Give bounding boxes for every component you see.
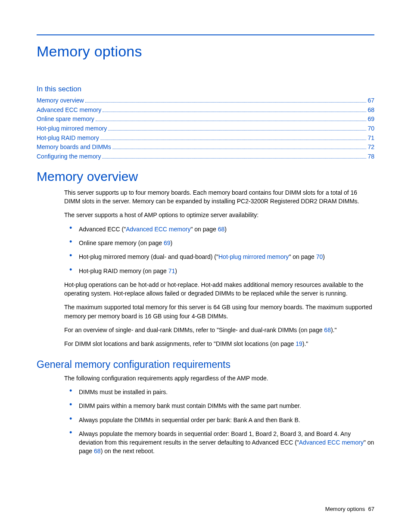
overview-body: This server supports up to four memory b… [64, 188, 374, 348]
paragraph: Hot-plug operations can be hot-add or ho… [64, 280, 374, 298]
paragraph: The server supports a host of AMP option… [64, 211, 374, 219]
text: ) on the next reboot. [101, 448, 155, 454]
toc-leader [100, 140, 367, 140]
toc-link[interactable]: Configuring the memory [37, 152, 101, 162]
toc-leader [103, 112, 366, 112]
toc-leader [102, 158, 366, 159]
heading-memory-overview: Memory overview [37, 169, 374, 184]
text: )." [302, 340, 308, 347]
toc-row: Online spare memory 69 [37, 115, 374, 124]
page-link[interactable]: 69 [164, 240, 171, 246]
toc-leader [96, 121, 367, 121]
link-advanced-ecc[interactable]: Advanced ECC memory [299, 439, 364, 446]
paragraph: For an overview of single- and dual-rank… [64, 326, 374, 334]
text: Advanced ECC (" [79, 226, 126, 233]
page-link[interactable]: 19 [296, 340, 302, 347]
toc-page-link[interactable]: 72 [367, 143, 374, 152]
footer-label: Memory options [325, 506, 365, 512]
page-link[interactable]: 71 [168, 268, 175, 274]
toc-page-link[interactable]: 71 [367, 134, 374, 143]
toc-page-link[interactable]: 78 [367, 152, 374, 162]
general-body: The following configuration requirements… [64, 374, 374, 456]
text: )." [331, 327, 337, 333]
toc-link[interactable]: Hot-plug mirrored memory [37, 124, 107, 134]
link-hotplug-mirrored[interactable]: Hot-plug mirrored memory [218, 253, 289, 260]
link-advanced-ecc[interactable]: Advanced ECC memory [126, 226, 190, 233]
text: Online spare memory (on page [79, 240, 164, 246]
toc-row: Hot-plug mirrored memory 70 [37, 124, 374, 134]
toc-link[interactable]: Memory overview [37, 96, 84, 106]
paragraph: The following configuration requirements… [64, 374, 374, 383]
toc-row: Configuring the memory 78 [37, 152, 374, 162]
toc-link[interactable]: Advanced ECC memory [37, 106, 101, 115]
text: ) [224, 226, 227, 233]
page-footer: Memory options 67 [325, 506, 374, 512]
text: Hot-plug mirrored memory (dual- and quad… [79, 253, 218, 260]
toc-leader [112, 149, 367, 149]
text: " on page [289, 253, 316, 260]
table-of-contents: Memory overview 67 Advanced ECC memory 6… [37, 96, 374, 162]
text: Hot-plug RAID memory (on page [79, 268, 168, 274]
toc-leader [85, 102, 367, 103]
text: For DIMM slot locations and bank assignm… [64, 340, 296, 347]
paragraph: This server supports up to four memory b… [64, 188, 374, 206]
toc-page-link[interactable]: 69 [367, 115, 374, 124]
list-item: Online spare memory (on page 69) [64, 239, 374, 247]
toc-row: Memory overview 67 [37, 96, 374, 106]
page-link[interactable]: 68 [94, 448, 101, 454]
list-item: Always populate the memory boards in seq… [64, 429, 374, 456]
paragraph: The maximum supported total memory for t… [64, 303, 374, 320]
toc-row: Hot-plug RAID memory 71 [37, 134, 374, 143]
footer-page: 67 [368, 506, 374, 512]
toc-leader [108, 130, 366, 131]
page-link[interactable]: 68 [324, 327, 331, 333]
list-item: Always populate the DIMMs in sequential … [64, 416, 374, 424]
top-rule [37, 34, 374, 35]
heading-general-config: General memory configuration requirement… [37, 359, 374, 370]
requirements-list: DIMMs must be installed in pairs. DIMM p… [64, 388, 374, 456]
list-item: DIMMs must be installed in pairs. [64, 388, 374, 396]
toc-link[interactable]: Memory boards and DIMMs [37, 143, 111, 152]
page-link[interactable]: 68 [218, 226, 225, 233]
text: " on page [190, 226, 218, 233]
toc-page-link[interactable]: 67 [367, 96, 374, 106]
toc-link[interactable]: Online spare memory [37, 115, 94, 124]
in-this-section-label: In this section [37, 85, 374, 93]
list-item: Advanced ECC ("Advanced ECC memory" on p… [64, 225, 374, 233]
paragraph: For DIMM slot locations and bank assignm… [64, 339, 374, 348]
list-item: Hot-plug mirrored memory (dual- and quad… [64, 252, 374, 261]
text: ) [170, 240, 172, 246]
page-title: Memory options [37, 43, 374, 60]
page-link[interactable]: 70 [316, 253, 323, 260]
amp-options-list: Advanced ECC ("Advanced ECC memory" on p… [64, 225, 374, 275]
text: For an overview of single- and dual-rank… [64, 327, 324, 333]
text: ) [175, 268, 177, 274]
text: ) [323, 253, 325, 260]
toc-row: Advanced ECC memory 68 [37, 106, 374, 115]
list-item: Hot-plug RAID memory (on page 71) [64, 267, 374, 275]
list-item: DIMM pairs within a memory bank must con… [64, 401, 374, 410]
toc-link[interactable]: Hot-plug RAID memory [37, 134, 99, 143]
toc-page-link[interactable]: 68 [367, 106, 374, 115]
toc-page-link[interactable]: 70 [367, 124, 374, 134]
toc-row: Memory boards and DIMMs 72 [37, 143, 374, 152]
